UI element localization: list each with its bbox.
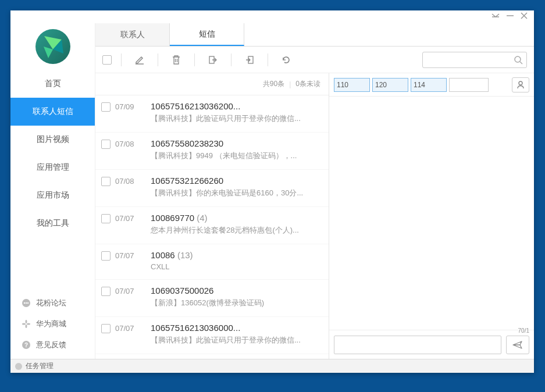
message-preview: CXLL bbox=[151, 262, 325, 271]
recipient-input-2[interactable] bbox=[372, 78, 408, 92]
char-counter: 70/1 bbox=[518, 327, 529, 334]
message-preview: 【腾讯科技】此验证码只用于登录你的微信... bbox=[151, 335, 325, 345]
message-sender: 1069037500026 bbox=[151, 286, 325, 295]
nav-item-3[interactable]: 应用管理 bbox=[10, 154, 95, 181]
svg-point-9 bbox=[26, 325, 27, 328]
message-date: 07/07 bbox=[115, 214, 134, 223]
message-sender: 106575580238230 bbox=[151, 138, 325, 148]
svg-point-10 bbox=[22, 323, 26, 325]
message-sender: 10657516213036000... bbox=[151, 323, 325, 333]
contact-picker-button[interactable] bbox=[512, 77, 529, 92]
export-icon[interactable] bbox=[204, 51, 222, 69]
row-checkbox[interactable] bbox=[101, 324, 111, 333]
minimize-icon[interactable] bbox=[506, 12, 514, 22]
compose-icon[interactable] bbox=[131, 51, 148, 69]
svg-point-7 bbox=[27, 302, 29, 304]
nav-item-1[interactable]: 联系人短信 bbox=[10, 98, 95, 126]
tab-0[interactable]: 联系人 bbox=[95, 23, 170, 46]
help-icon: ? bbox=[21, 340, 31, 350]
chat-icon bbox=[21, 298, 31, 308]
recipient-input-1[interactable] bbox=[334, 78, 370, 92]
row-checkbox[interactable] bbox=[101, 287, 111, 296]
row-checkbox[interactable] bbox=[101, 102, 111, 112]
status-dot bbox=[15, 363, 22, 370]
svg-point-11 bbox=[27, 323, 30, 325]
compose-input[interactable] bbox=[334, 336, 501, 354]
message-row[interactable]: 07/0710657516213036000...【腾讯科技】此验证码只用于登录… bbox=[95, 317, 329, 354]
message-sender: 100869770 (4) bbox=[151, 213, 325, 223]
svg-point-17 bbox=[515, 56, 521, 62]
message-row[interactable]: 07/07100869770 (4)您本月神州行长途套餐28元档特惠包(个人).… bbox=[95, 207, 329, 244]
message-date: 07/08 bbox=[115, 177, 134, 186]
row-checkbox[interactable] bbox=[101, 177, 111, 186]
collapse-icon[interactable] bbox=[491, 12, 500, 22]
bottom-link-0[interactable]: 花粉论坛 bbox=[10, 293, 95, 313]
task-manager-link[interactable]: 任务管理 bbox=[26, 361, 54, 371]
svg-point-5 bbox=[24, 302, 25, 304]
delete-icon[interactable] bbox=[168, 51, 185, 69]
search-icon bbox=[514, 55, 523, 65]
svg-marker-3 bbox=[44, 47, 53, 58]
row-checkbox[interactable] bbox=[101, 251, 111, 261]
svg-line-18 bbox=[520, 62, 522, 64]
row-checkbox[interactable] bbox=[101, 140, 111, 149]
message-row[interactable]: 07/0710086 (13)CXLL bbox=[95, 244, 329, 280]
message-preview: 【新浪】136052(微博登录验证码) bbox=[151, 298, 325, 308]
search-input[interactable] bbox=[422, 52, 527, 68]
svg-text:?: ? bbox=[24, 342, 28, 348]
close-icon[interactable] bbox=[520, 12, 528, 22]
svg-point-6 bbox=[26, 302, 27, 304]
message-date: 07/09 bbox=[115, 102, 134, 111]
import-icon[interactable] bbox=[241, 51, 258, 69]
message-row[interactable]: 07/08106575321266260【腾讯科技】你的来电验证码是6160，3… bbox=[95, 170, 329, 207]
message-row[interactable]: 07/0910657516213036200...【腾讯科技】此验证码只用于登录… bbox=[95, 95, 329, 133]
svg-point-8 bbox=[26, 320, 27, 323]
message-preview: 【腾讯科技】9949 （来电短信验证码），... bbox=[151, 151, 325, 161]
recipient-input-3[interactable] bbox=[411, 78, 447, 92]
message-preview: 【腾讯科技】此验证码只用于登录你的微信... bbox=[151, 113, 325, 124]
send-button[interactable] bbox=[506, 336, 529, 354]
bottom-link-2[interactable]: ?意见反馈 bbox=[10, 334, 95, 355]
select-all-checkbox[interactable] bbox=[102, 55, 112, 65]
message-date: 07/08 bbox=[115, 140, 134, 148]
nav-item-4[interactable]: 应用市场 bbox=[10, 181, 95, 209]
message-sender: 10086 (13) bbox=[151, 250, 325, 260]
message-row[interactable]: 07/08106575580238230【腾讯科技】9949 （来电短信验证码）… bbox=[95, 133, 329, 170]
svg-point-19 bbox=[519, 81, 522, 85]
message-preview: 您本月神州行长途套餐28元档特惠包(个人)... bbox=[151, 225, 325, 236]
message-date: 07/07 bbox=[115, 287, 134, 295]
recipient-input-new[interactable] bbox=[449, 78, 489, 92]
message-sender: 106575321266260 bbox=[151, 176, 325, 186]
app-logo bbox=[10, 23, 95, 70]
message-date: 07/07 bbox=[115, 251, 134, 260]
conversation-area bbox=[329, 97, 534, 330]
huawei-icon bbox=[21, 319, 31, 329]
bottom-link-1[interactable]: 华为商城 bbox=[10, 313, 95, 334]
message-preview: 【腾讯科技】你的来电验证码是6160，30分... bbox=[151, 188, 325, 198]
nav-item-2[interactable]: 图片视频 bbox=[10, 126, 95, 154]
message-row[interactable]: 07/071069037500026【新浪】136052(微博登录验证码) bbox=[95, 280, 329, 317]
tab-1[interactable]: 短信 bbox=[170, 23, 244, 46]
nav-item-0[interactable]: 首页 bbox=[10, 70, 95, 98]
message-sender: 10657516213036200... bbox=[151, 101, 325, 111]
refresh-icon[interactable] bbox=[277, 51, 295, 69]
message-date: 07/07 bbox=[115, 324, 134, 333]
row-checkbox[interactable] bbox=[101, 214, 111, 223]
list-summary: 共90条 | 0条未读 bbox=[95, 73, 329, 95]
nav-item-5[interactable]: 我的工具 bbox=[10, 209, 95, 237]
